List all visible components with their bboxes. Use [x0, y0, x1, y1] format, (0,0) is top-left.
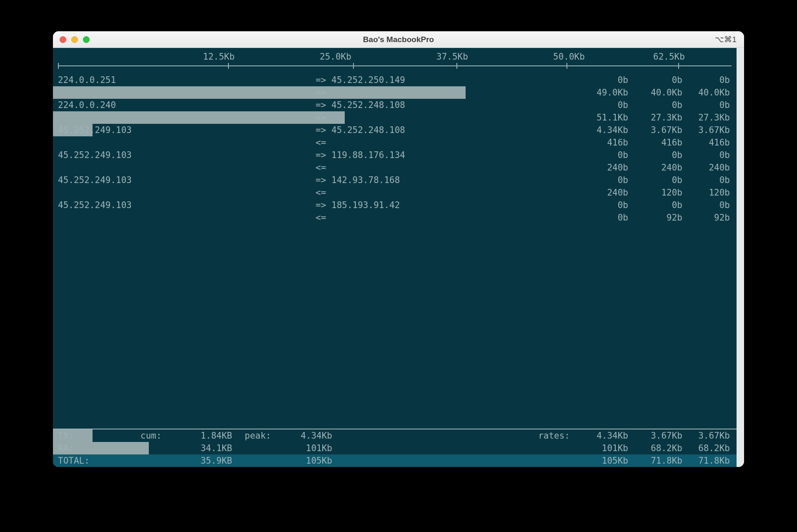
totals-footer: TX:cum:1.84KBpeak:4.34Kbrates:4.34Kb3.67…: [53, 429, 737, 467]
peak-value: 101Kb: [286, 442, 332, 454]
arrow-rx-icon: <=: [316, 86, 326, 99]
bandwidth-scale: 12.5Kb25.0Kb37.5Kb50.0Kb62.5Kb: [53, 48, 737, 74]
rate-40s: 68.2Kb: [680, 442, 730, 454]
connection-tx-row: 45.252.249.103=>185.193.91.420b0b0b: [53, 199, 737, 211]
scale-label: 12.5Kb: [203, 50, 235, 63]
connection-tx-row: 224.0.0.251=>45.252.250.1490b0b0b: [53, 74, 737, 86]
peak-value: 105Kb: [286, 454, 332, 467]
rate-10s: 0b: [632, 74, 682, 86]
scale-tick: [228, 63, 229, 69]
connection-rx-row: <=49.0Kb40.0Kb40.0Kb: [53, 86, 737, 99]
connection-tx-row: 45.252.249.103=>142.93.78.1680b0b0b: [53, 174, 737, 186]
rate-40s: 416b: [680, 136, 730, 149]
rate-10s: 0b: [632, 99, 682, 111]
rate-10s: 0b: [632, 199, 682, 211]
rate-2s: 4.34Kb: [578, 429, 628, 442]
totals-label: RX:: [58, 442, 74, 454]
rate-10s: 416b: [632, 136, 682, 149]
arrow-rx-icon: <=: [316, 211, 326, 224]
scale-label: 50.0Kb: [553, 50, 585, 63]
peak-value: 4.34Kb: [286, 429, 332, 442]
terminal-wrap: 12.5Kb25.0Kb37.5Kb50.0Kb62.5Kb 224.0.0.2…: [53, 48, 744, 467]
scale-tick: [353, 63, 354, 69]
rate-2s: 0b: [578, 211, 628, 224]
dst-host: 45.252.248.108: [331, 99, 405, 111]
dst-host: 45.252.250.149: [331, 74, 405, 86]
cum-value: 34.1KB: [186, 442, 232, 454]
rate-40s: 71.8Kb: [680, 454, 730, 467]
connection-rx-row: <=0b92b92b: [53, 211, 737, 224]
rate-10s: 3.67Kb: [632, 124, 682, 136]
rate-2s: 0b: [578, 99, 628, 111]
arrow-tx-icon: =>: [316, 174, 326, 186]
rate-2s: 240b: [578, 161, 628, 174]
rate-40s: 0b: [680, 149, 730, 161]
rate-40s: 240b: [680, 161, 730, 174]
rate-40s: 0b: [680, 99, 730, 111]
rate-2s: 0b: [578, 174, 628, 186]
src-host: 45.252.249.103: [58, 124, 132, 136]
traffic-bar: [53, 86, 466, 99]
scale-tick: [58, 63, 59, 69]
titlebar[interactable]: Bao's MacbookPro ⌥⌘1: [53, 31, 744, 48]
scale-label: 37.5Kb: [436, 50, 468, 63]
totals-tx-row: TX:cum:1.84KBpeak:4.34Kbrates:4.34Kb3.67…: [53, 429, 737, 442]
rate-10s: 68.2Kb: [632, 442, 682, 454]
totals-total-row: TOTAL:35.9KB105Kb105Kb71.8Kb71.8Kb: [53, 454, 737, 467]
window-title: Bao's MacbookPro: [53, 35, 744, 44]
rate-10s: 40.0Kb: [632, 86, 682, 99]
rate-10s: 3.67Kb: [632, 429, 682, 442]
rates-label: rates:: [538, 429, 570, 442]
scale-label: 62.5Kb: [653, 50, 685, 63]
connection-list: 224.0.0.251=>45.252.250.1490b0b0b<=49.0K…: [53, 74, 737, 224]
rate-2s: 416b: [578, 136, 628, 149]
rate-40s: 3.67Kb: [680, 429, 730, 442]
rate-2s: 240b: [578, 186, 628, 199]
rate-2s: 4.34Kb: [578, 124, 628, 136]
arrow-rx-icon: <=: [316, 111, 326, 124]
connection-tx-row: 224.0.0.240=>45.252.248.1080b0b0b: [53, 99, 737, 111]
totals-rx-row: RX:34.1KB101Kb101Kb68.2Kb68.2Kb: [53, 442, 737, 454]
rate-2s: 51.1Kb: [578, 111, 628, 124]
src-host: 224.0.0.251: [58, 74, 116, 86]
rate-10s: 27.3Kb: [632, 111, 682, 124]
connection-rx-row: <=240b120b120b: [53, 186, 737, 199]
scrollbar[interactable]: [737, 48, 744, 467]
cum-value: 35.9KB: [186, 454, 232, 467]
peak-label: peak:: [245, 429, 271, 442]
cum-value: 1.84KB: [186, 429, 232, 442]
src-host: 45.252.249.103: [58, 199, 132, 211]
totals-label: TOTAL:: [58, 454, 90, 467]
scale-label: 25.0Kb: [320, 50, 351, 63]
rate-10s: 71.8Kb: [632, 454, 682, 467]
rate-10s: 240b: [632, 161, 682, 174]
src-host: 224.0.0.240: [58, 99, 116, 111]
rate-40s: 3.67Kb: [680, 124, 730, 136]
scale-axis: [58, 65, 732, 66]
rate-2s: 105Kb: [578, 454, 628, 467]
terminal[interactable]: 12.5Kb25.0Kb37.5Kb50.0Kb62.5Kb 224.0.0.2…: [53, 48, 737, 467]
rate-10s: 0b: [632, 149, 682, 161]
rate-2s: 101Kb: [578, 442, 628, 454]
arrow-tx-icon: =>: [316, 124, 326, 136]
rate-40s: 27.3Kb: [680, 111, 730, 124]
src-host: 45.252.249.103: [58, 149, 132, 161]
connection-tx-row: 45.252.249.103=>119.88.176.1340b0b0b: [53, 149, 737, 161]
scale-tick: [566, 63, 567, 69]
desktop: Bao's MacbookPro ⌥⌘1 12.5Kb25.0Kb37.5Kb5…: [0, 0, 797, 532]
window-shortcut-hint: ⌥⌘1: [715, 35, 737, 44]
rate-2s: 0b: [578, 149, 628, 161]
dst-host: 142.93.78.168: [331, 174, 400, 186]
arrow-tx-icon: =>: [316, 99, 326, 111]
rate-40s: 40.0Kb: [680, 86, 730, 99]
totals-label: TX:: [58, 429, 74, 442]
dst-host: 45.252.248.108: [331, 124, 405, 136]
rate-2s: 49.0Kb: [578, 86, 628, 99]
dst-host: 119.88.176.134: [331, 149, 405, 161]
arrow-tx-icon: =>: [316, 199, 326, 211]
connection-rx-row: <=51.1Kb27.3Kb27.3Kb: [53, 111, 737, 124]
rate-40s: 0b: [680, 174, 730, 186]
rate-40s: 92b: [680, 211, 730, 224]
rate-10s: 120b: [632, 186, 682, 199]
cum-label: cum:: [140, 429, 162, 442]
